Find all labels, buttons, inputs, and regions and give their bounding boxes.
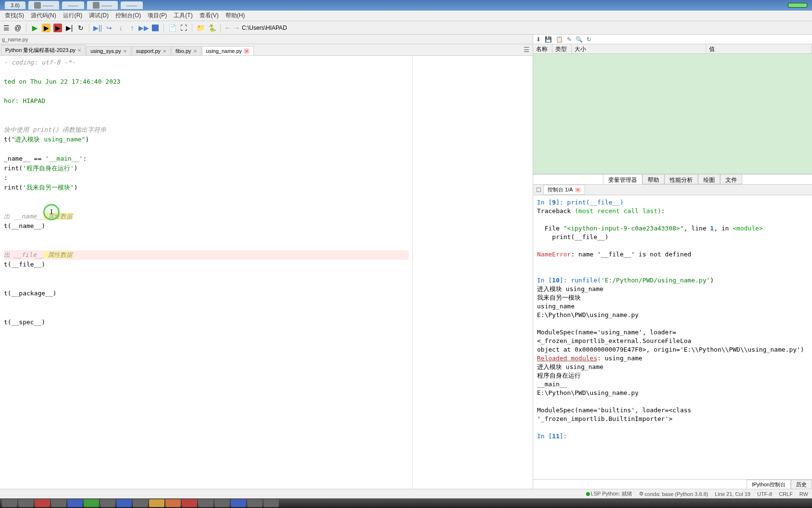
editor-tab[interactable]: support.py✕ (132, 46, 171, 55)
right-pane-tabs: 变量管理器 帮助 性能分析 绘图 文件 (533, 174, 812, 185)
taskbar-item[interactable] (149, 499, 164, 507)
run-cell-advance-icon[interactable]: ▶ (53, 24, 62, 32)
tab-ipython-console[interactable]: IPython控制台 (747, 480, 791, 489)
tab-variable-explorer[interactable]: 变量管理器 (603, 175, 642, 184)
menu-source[interactable]: 源代码(N) (28, 11, 59, 21)
search-icon[interactable]: 🔍 (575, 36, 583, 43)
close-modified-icon[interactable]: ✕ (244, 49, 250, 54)
menu-run[interactable]: 运行(R) (60, 11, 86, 21)
taskbar-item[interactable] (247, 499, 262, 507)
forward-icon[interactable]: → (233, 24, 240, 32)
tab-plots[interactable]: 绘图 (698, 175, 720, 184)
rerun-icon[interactable]: ↻ (76, 24, 85, 32)
col-name[interactable]: 名称 (533, 44, 552, 53)
separator (192, 24, 192, 32)
step-out-icon[interactable]: ↑ (128, 24, 137, 32)
browser-tab[interactable]: —— (87, 1, 118, 10)
continue-icon[interactable]: ▶▶ (139, 24, 148, 32)
console-area: ☐ 控制台 1/A✕ In [9]: print(__file__) Trace… (533, 185, 812, 489)
working-dir-input[interactable] (242, 25, 434, 31)
close-icon[interactable]: ✕ (77, 48, 81, 53)
editor-tab[interactable]: fibo.py✕ (171, 46, 201, 55)
close-icon[interactable]: ✕ (193, 49, 197, 54)
variable-header: 名称 类型 大小 值 (533, 44, 812, 54)
browser-tab[interactable]: —— (62, 1, 84, 9)
close-icon[interactable]: ✕ (575, 188, 581, 192)
tab-profiler[interactable]: 性能分析 (664, 175, 698, 184)
taskbar-item[interactable] (116, 499, 132, 507)
separator (26, 24, 26, 32)
menu-console[interactable]: 控制台(O) (112, 11, 144, 21)
editor-tab-active[interactable]: using_name.py✕ (202, 46, 254, 55)
debug-file-icon[interactable]: 📄 (168, 24, 176, 32)
debug-pause-icon[interactable]: ▶|| (93, 24, 102, 32)
tab-help[interactable]: 帮助 (642, 175, 664, 184)
taskbar-item[interactable] (214, 499, 230, 507)
code-editor[interactable]: - coding: utf-8 -*- ted on Thu Jun 22 17… (0, 56, 412, 489)
status-conda[interactable]: ⚙ conda: base (Python 3.8.8) (639, 491, 708, 497)
taskbar-item[interactable] (84, 499, 99, 507)
col-value[interactable]: 值 (706, 44, 812, 53)
code-line: ted on Thu Jun 22 17:46:40 2023 (4, 77, 409, 87)
taskbar-item[interactable] (231, 499, 246, 507)
status-encoding[interactable]: UTF-8 (757, 491, 772, 497)
step-over-icon[interactable]: ↪ (105, 24, 113, 32)
editor-tab[interactable]: Python 量化编程基础-2023.py✕ (1, 45, 86, 55)
taskbar-item[interactable] (198, 499, 213, 507)
import-icon[interactable]: ⬇ (536, 36, 541, 43)
browser-tab[interactable]: 3.8) (5, 1, 25, 9)
tab-files[interactable]: 文件 (720, 175, 742, 184)
close-icon[interactable]: ✕ (162, 49, 166, 54)
variable-explorer-body[interactable] (533, 54, 812, 174)
taskbar-item[interactable] (67, 499, 83, 507)
taskbar-item[interactable] (263, 499, 279, 507)
taskbar-item[interactable] (51, 499, 66, 507)
at-icon[interactable]: @ (13, 24, 22, 32)
file-path-bar: g_name.py (0, 35, 533, 44)
save-as-icon[interactable]: 📋 (556, 36, 563, 43)
console-menu-icon[interactable]: ☐ (536, 187, 541, 193)
menu-debug[interactable]: 调试(D) (86, 11, 112, 21)
run-cell-icon[interactable]: ▶ (42, 24, 50, 32)
col-type[interactable]: 类型 (552, 44, 572, 53)
status-lsp[interactable]: LSP Python: 就绪 (586, 490, 632, 497)
taskbar-item[interactable] (35, 499, 50, 507)
variable-toolbar: ⬇ 💾 📋 ✎ 🔍 ↻ (533, 35, 812, 44)
stop-icon[interactable] (151, 24, 160, 32)
taskbar-item[interactable] (182, 499, 197, 507)
list-icon[interactable]: ☰ (2, 24, 11, 32)
menu-search[interactable]: 查找(S) (2, 11, 27, 21)
menu-help[interactable]: 帮助(H) (223, 11, 248, 21)
pythonpath-icon[interactable]: 📁 (196, 24, 205, 32)
menu-tools[interactable]: 工具(T) (171, 11, 195, 21)
back-icon[interactable]: ← (225, 24, 231, 32)
maximize-icon[interactable]: ⛶ (179, 24, 188, 32)
save-icon[interactable]: 💾 (545, 36, 552, 43)
step-into-icon[interactable]: ↓ (116, 24, 125, 32)
console-output[interactable]: In [9]: print(__file__) Traceback (most … (533, 195, 812, 479)
run-selection-icon[interactable]: ▶| (65, 24, 74, 32)
tab-options-icon[interactable]: ☰ (522, 44, 532, 55)
taskbar-item[interactable] (100, 499, 115, 507)
taskbar-item[interactable] (165, 499, 181, 507)
python-icon[interactable]: 🐍 (208, 24, 216, 32)
menu-view[interactable]: 查看(V) (197, 11, 222, 21)
code-line: t(__file__) (4, 260, 409, 269)
separator (220, 24, 221, 32)
run-icon[interactable]: ▶ (30, 24, 39, 32)
edit-icon[interactable]: ✎ (567, 36, 572, 43)
refresh-icon[interactable]: ↻ (587, 36, 591, 43)
col-size[interactable]: 大小 (572, 44, 706, 53)
taskbar-item[interactable] (18, 499, 34, 507)
editor-tab[interactable]: using_sys.py✕ (86, 46, 131, 55)
tab-history[interactable]: 历史 (791, 480, 812, 489)
browser-tab[interactable]: —— (121, 1, 143, 9)
menu-project[interactable]: 项目(P) (145, 11, 170, 21)
console-tab[interactable]: 控制台 1/A✕ (543, 185, 585, 195)
taskbar-item[interactable] (2, 499, 17, 507)
status-eol[interactable]: CRLF (779, 491, 793, 497)
browser-tab[interactable]: —— (28, 1, 59, 10)
taskbar-item[interactable] (133, 499, 148, 507)
tab-label: 3.8) (11, 2, 20, 8)
close-icon[interactable]: ✕ (123, 49, 127, 54)
